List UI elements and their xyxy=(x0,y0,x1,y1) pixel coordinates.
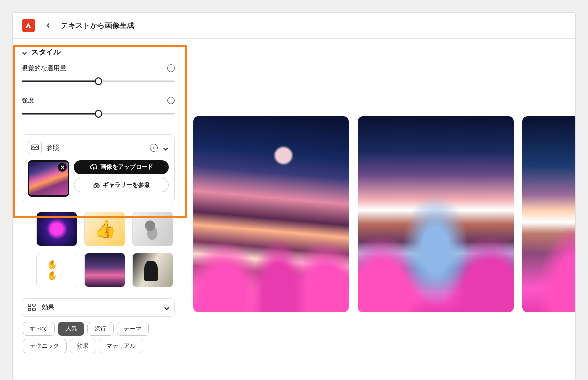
generated-image[interactable] xyxy=(358,116,514,312)
chevron-down-icon xyxy=(22,50,27,55)
upload-image-button[interactable]: 画像をアップロード xyxy=(74,160,169,174)
reference-thumbnail[interactable]: ✕ xyxy=(28,160,69,197)
visual-intensity-label: 視覚的な適用量 xyxy=(22,64,66,73)
effects-chip[interactable]: 流行 xyxy=(87,322,114,336)
style-preset-tile[interactable] xyxy=(132,253,173,287)
effects-label: 効果 xyxy=(42,303,159,312)
effects-chip-row: すべて 人気 流行 テーマ テクニック 効果 マテリアル xyxy=(22,322,175,353)
strength-slider[interactable] xyxy=(22,110,175,118)
effects-header[interactable]: 効果 xyxy=(22,298,175,317)
info-icon[interactable]: i xyxy=(167,97,175,104)
reference-label: 参照 xyxy=(47,143,145,152)
effects-icon xyxy=(27,303,37,312)
slider-thumb[interactable] xyxy=(95,77,102,85)
browse-gallery-label: ギャラリーを参照 xyxy=(103,181,150,189)
upload-image-label: 画像をアップロード xyxy=(100,164,153,171)
svg-point-3 xyxy=(97,184,99,187)
chevron-left-icon xyxy=(46,22,50,29)
style-section-title: スタイル xyxy=(31,48,61,57)
effects-chip[interactable]: 効果 xyxy=(70,339,96,353)
app-window: テキストから画像生成 スタイル 視覚的な適用量 i xyxy=(12,12,576,380)
upload-cloud-icon xyxy=(90,164,98,171)
reference-panel: 参照 i ✕ xyxy=(22,134,175,203)
remove-reference-button[interactable]: ✕ xyxy=(58,163,67,172)
effects-chip[interactable]: 人気 xyxy=(58,322,84,336)
style-preset-tile[interactable] xyxy=(36,212,77,246)
slider-fill xyxy=(22,113,98,115)
reference-icon xyxy=(28,141,42,154)
sidebar: スタイル 視覚的な適用量 i 強度 i xyxy=(13,39,184,380)
slider-fill xyxy=(22,81,98,82)
visual-intensity-slider[interactable] xyxy=(22,77,175,85)
effects-chip[interactable]: テクニック xyxy=(23,339,67,353)
chevron-down-icon[interactable] xyxy=(164,304,170,310)
effects-chip[interactable]: マテリアル xyxy=(99,339,143,353)
style-preset-tile[interactable] xyxy=(36,253,77,287)
strength-row: 強度 i xyxy=(22,96,175,105)
info-icon[interactable]: i xyxy=(150,144,158,152)
reference-header[interactable]: 参照 i xyxy=(28,141,169,154)
body: スタイル 視覚的な適用量 i 強度 i xyxy=(13,39,575,380)
browse-gallery-button[interactable]: ギャラリーを参照 xyxy=(74,178,169,192)
slider-thumb[interactable] xyxy=(95,110,102,118)
svg-rect-6 xyxy=(28,308,31,311)
adobe-logo xyxy=(22,19,35,32)
effects-chip[interactable]: テーマ xyxy=(117,322,149,336)
back-button[interactable] xyxy=(42,20,54,31)
svg-rect-7 xyxy=(33,308,35,311)
style-preset-grid xyxy=(13,209,184,295)
strength-label: 強度 xyxy=(22,96,34,105)
binoculars-icon xyxy=(93,182,100,188)
chevron-down-icon[interactable] xyxy=(163,145,169,151)
info-icon[interactable]: i xyxy=(167,64,175,72)
style-section: スタイル 視覚的な適用量 i 強度 i xyxy=(13,48,184,134)
style-preset-tile[interactable] xyxy=(132,212,173,246)
effects-panel: 効果 すべて 人気 流行 テーマ テクニック 効果 マテリアル xyxy=(22,298,175,353)
style-preset-tile[interactable] xyxy=(84,212,125,246)
svg-rect-5 xyxy=(33,304,35,306)
visual-intensity-row: 視覚的な適用量 i xyxy=(22,64,175,73)
svg-rect-4 xyxy=(28,304,31,306)
svg-point-2 xyxy=(94,184,96,187)
generated-image[interactable] xyxy=(193,116,349,312)
header: テキストから画像生成 xyxy=(13,13,575,39)
reference-body: ✕ 画像をアップロード ギャラリーを参照 xyxy=(28,160,169,197)
main-canvas xyxy=(184,39,575,380)
generated-image[interactable] xyxy=(522,116,575,312)
style-section-header[interactable]: スタイル xyxy=(22,48,175,57)
page-title: テキストから画像生成 xyxy=(61,21,134,30)
effects-chip[interactable]: すべて xyxy=(23,322,55,336)
style-preset-tile[interactable] xyxy=(84,253,125,287)
